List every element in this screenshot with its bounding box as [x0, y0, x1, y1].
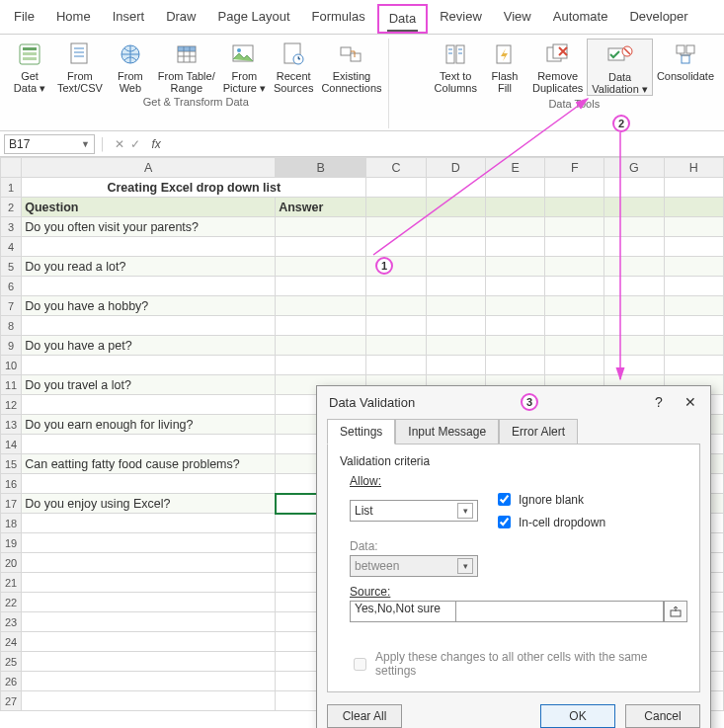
cell-B2[interactable]: Answer	[276, 198, 366, 217]
cell-C9[interactable]	[366, 336, 426, 356]
cell-B5[interactable]	[276, 257, 366, 277]
tab-error-alert[interactable]: Error Alert	[499, 419, 578, 445]
cell-D6[interactable]	[426, 277, 485, 296]
cell-F9[interactable]	[545, 336, 604, 356]
cell-A25[interactable]	[22, 652, 276, 672]
range-picker-button[interactable]	[664, 601, 687, 622]
cell-G3[interactable]	[604, 217, 664, 237]
cell-D5[interactable]	[426, 257, 485, 277]
source-input-highlight[interactable]: Yes,No,Not sure	[350, 601, 456, 622]
cell-D7[interactable]	[426, 296, 485, 316]
cell-B4[interactable]	[276, 237, 366, 257]
cell-E2[interactable]	[485, 198, 544, 217]
cell-B9[interactable]	[276, 336, 366, 356]
row-header-21[interactable]: 21	[1, 573, 22, 593]
cell-F3[interactable]	[545, 217, 604, 237]
data-validation-button[interactable]: Data Validation ▾	[587, 39, 653, 96]
cell-A8[interactable]	[22, 316, 276, 336]
tab-view[interactable]: View	[494, 4, 541, 34]
cell-A17[interactable]: Do you enjoy using Excel?	[22, 494, 276, 514]
row-header-9[interactable]: 9	[1, 336, 22, 356]
cell-A5[interactable]: Do you read a lot?	[22, 257, 276, 277]
row-header-26[interactable]: 26	[1, 672, 22, 691]
row-header-24[interactable]: 24	[1, 632, 22, 652]
row-header-2[interactable]: 2	[1, 198, 22, 217]
row-header-11[interactable]: 11	[1, 375, 22, 395]
row-header-13[interactable]: 13	[1, 415, 22, 435]
tab-home[interactable]: Home	[46, 4, 101, 34]
cell-E3[interactable]	[485, 217, 544, 237]
cell-F6[interactable]	[545, 277, 604, 296]
cell-H5[interactable]	[664, 257, 723, 277]
col-header-B[interactable]: B	[276, 158, 366, 178]
close-button[interactable]: ✕	[681, 394, 700, 410]
cell-H3[interactable]	[664, 217, 723, 237]
cell-A2[interactable]: Question	[22, 198, 276, 217]
cell-D4[interactable]	[426, 237, 485, 257]
cell-G6[interactable]	[604, 277, 664, 296]
cell-A19[interactable]	[22, 533, 276, 553]
cell-G10[interactable]	[604, 356, 664, 375]
cell-C7[interactable]	[366, 296, 426, 316]
cell-D9[interactable]	[426, 336, 485, 356]
tab-settings[interactable]: Settings	[327, 419, 395, 445]
source-input[interactable]	[456, 601, 664, 622]
cell-B8[interactable]	[276, 316, 366, 336]
cell-A16[interactable]	[22, 474, 276, 494]
tab-developer[interactable]: Developer	[619, 4, 697, 34]
cell-A7[interactable]: Do you have a hobby?	[22, 296, 276, 316]
tab-file[interactable]: File	[4, 4, 44, 34]
cell-G7[interactable]	[604, 296, 664, 316]
cell-E7[interactable]	[485, 296, 544, 316]
cell-A9[interactable]: Do you have a pet?	[22, 336, 276, 356]
cell-C1[interactable]	[366, 178, 426, 198]
cell-B10[interactable]	[276, 356, 366, 375]
cell-A23[interactable]	[22, 612, 276, 632]
row-header-14[interactable]: 14	[1, 435, 22, 454]
from-web-button[interactable]: From Web	[107, 39, 154, 94]
cell-E1[interactable]	[485, 178, 544, 198]
cell-D3[interactable]	[426, 217, 485, 237]
cell-E5[interactable]	[485, 257, 544, 277]
cell-A18[interactable]	[22, 514, 276, 533]
cell-A10[interactable]	[22, 356, 276, 375]
cell-F2[interactable]	[545, 198, 604, 217]
row-header-17[interactable]: 17	[1, 494, 22, 514]
cell-H4[interactable]	[664, 237, 723, 257]
row-header-10[interactable]: 10	[1, 356, 22, 375]
cell-B3[interactable]	[276, 217, 366, 237]
cell-E9[interactable]	[485, 336, 544, 356]
cell-F10[interactable]	[545, 356, 604, 375]
cell-F1[interactable]	[545, 178, 604, 198]
help-button[interactable]: ?	[649, 394, 669, 410]
cell-G2[interactable]	[604, 198, 664, 217]
cell-C2[interactable]	[366, 198, 426, 217]
from-table-button[interactable]: From Table/ Range	[154, 39, 219, 94]
tab-data[interactable]: Data	[377, 4, 428, 34]
cell-A24[interactable]	[22, 632, 276, 652]
cell-A26[interactable]	[22, 672, 276, 691]
cell-D10[interactable]	[426, 356, 485, 375]
cell-A4[interactable]	[22, 237, 276, 257]
cell-G4[interactable]	[604, 237, 664, 257]
tab-insert[interactable]: Insert	[103, 4, 155, 34]
tab-formulas[interactable]: Formulas	[302, 4, 375, 34]
recent-sources-button[interactable]: Recent Sources	[270, 39, 317, 94]
incell-dropdown-checkbox[interactable]: In-cell dropdown	[494, 513, 605, 531]
cell-C4[interactable]	[366, 237, 426, 257]
get-data-button[interactable]: Get Data ▾	[6, 39, 53, 94]
check-icon[interactable]: ✓	[130, 137, 140, 151]
ignore-blank-checkbox[interactable]: Ignore blank	[494, 490, 605, 509]
cell-F7[interactable]	[545, 296, 604, 316]
row-header-15[interactable]: 15	[1, 454, 22, 474]
tab-review[interactable]: Review	[430, 4, 492, 34]
cell-A11[interactable]: Do you travel a lot?	[22, 375, 276, 395]
cell-C3[interactable]	[366, 217, 426, 237]
col-header-E[interactable]: E	[485, 158, 544, 178]
cell-A6[interactable]	[22, 277, 276, 296]
clear-all-button[interactable]: Clear All	[327, 704, 402, 728]
cell-E4[interactable]	[485, 237, 544, 257]
row-header-18[interactable]: 18	[1, 514, 22, 533]
row-header-16[interactable]: 16	[1, 474, 22, 494]
row-header-12[interactable]: 12	[1, 395, 22, 415]
